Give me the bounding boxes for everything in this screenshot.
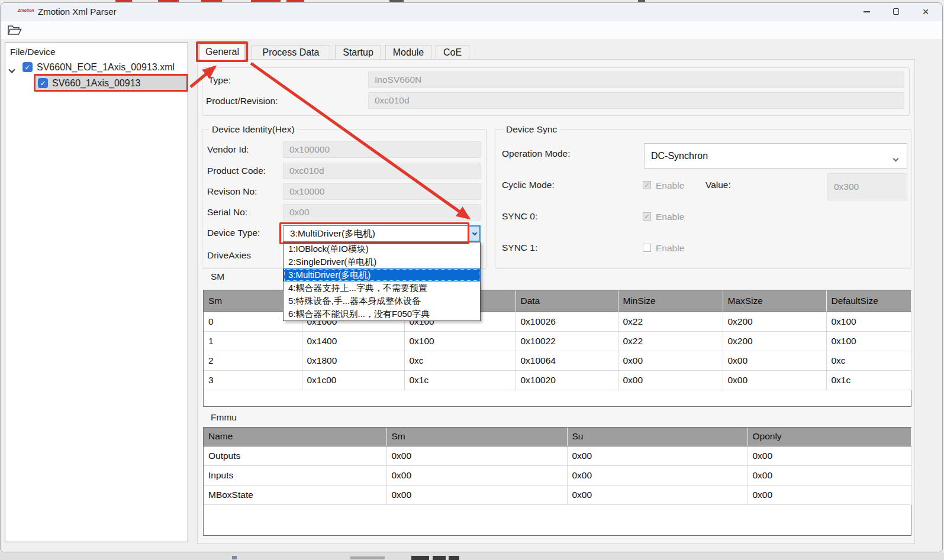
toolbar — [1, 21, 942, 39]
background-artifact — [638, 0, 645, 2]
device-type-dropdown-list: 1:IOBlock(单IO模块) 2:SingleDriver(单电机) 3:M… — [283, 242, 481, 321]
tab-startup[interactable]: Startup — [335, 45, 381, 60]
background-artifact — [350, 556, 385, 559]
operation-mode-label: Operation Mode: — [502, 148, 570, 159]
tree-root-checkbox[interactable]: ✓ — [22, 62, 33, 72]
maximize-button[interactable] — [882, 2, 910, 21]
serial-no-label: Serial No: — [207, 207, 247, 218]
fmmu-col-header: Su — [567, 428, 748, 446]
background-artifact — [0, 552, 944, 560]
fmmu-title: Fmmu — [208, 412, 240, 423]
file-device-panel — [5, 43, 188, 542]
revison-no-label: Revison No: — [207, 186, 257, 197]
title-bar[interactable] — [1, 3, 942, 21]
sync1-checkbox — [643, 244, 651, 252]
background-artifact — [232, 556, 237, 559]
tab-general[interactable]: General — [199, 44, 245, 60]
table-row[interactable]: Outputs0x000x000x00 — [204, 446, 911, 465]
tab-process-data[interactable]: Process Data — [252, 45, 330, 60]
table-row[interactable]: MBoxState0x000x000x00 — [204, 485, 911, 504]
sync1-label: SYNC 1: — [502, 242, 537, 253]
sync0-enable-label: Enable — [656, 212, 684, 222]
product-code-label: Product Code: — [207, 166, 266, 176]
sm-col-header: Data — [516, 290, 618, 312]
tree-child-checkbox[interactable]: ✓ — [38, 78, 48, 88]
checkmark-icon: ✓ — [644, 213, 649, 221]
chevron-down-icon — [894, 153, 898, 163]
dropdown-option[interactable]: 4:耦合器支持上...字典，不需要预置 — [283, 281, 480, 294]
operation-mode-combobox[interactable]: DC-Synchron — [644, 143, 907, 169]
close-button[interactable]: × — [912, 2, 939, 21]
vendor-id-field: 0x100000 — [283, 141, 481, 158]
sync1-enable-label: Enable — [656, 243, 684, 254]
cyclic-mode-enable-label: Enable — [656, 180, 684, 191]
device-type-label: Device Type: — [207, 228, 260, 238]
tab-module[interactable]: Module — [385, 45, 431, 60]
product-revision-field: 0xc010d — [368, 92, 904, 109]
product-revision-label: Product/Revision: — [206, 96, 278, 106]
value-field: 0x300 — [827, 173, 907, 200]
tab-coe[interactable]: CoE — [436, 45, 469, 60]
open-file-button[interactable] — [7, 24, 22, 37]
sm-col-header: DefaultSize — [826, 290, 911, 312]
background-artifact — [251, 0, 281, 2]
sync0-checkbox: ✓ — [643, 212, 651, 221]
sync0-label: SYNC 0: — [502, 211, 537, 222]
tree-item-root[interactable]: SV660N_EOE_1Axis_00913.xml — [37, 62, 175, 73]
background-artifact — [115, 0, 132, 2]
device-identity-title: Device Identity(Hex) — [209, 124, 298, 135]
cyclic-mode-label: Cyclic Mode: — [502, 180, 555, 190]
chevron-down-icon — [472, 230, 476, 235]
dropdown-option[interactable]: 6:耦合器不能识别...，没有F050字典 — [283, 307, 480, 321]
dropdown-option-selected[interactable]: 3:MultiDriver(多电机) — [283, 268, 480, 281]
serial-no-field: 0x00 — [283, 204, 481, 221]
tree-expander-icon[interactable] — [9, 64, 14, 75]
table-row[interactable]: 30x1c000x1c0x100200x000x000x1c — [204, 370, 911, 390]
drive-axies-label: DriveAxies — [207, 250, 251, 261]
vendor-id-label: Vendor Id: — [207, 144, 249, 155]
type-label: Type: — [208, 75, 231, 86]
folder-open-icon — [7, 24, 22, 36]
device-type-combobox[interactable]: 3:MultiDriver(多电机) — [283, 225, 481, 242]
device-type-dropdown-button[interactable] — [469, 226, 480, 241]
sm-col-header: MaxSize — [723, 290, 826, 312]
tree-header: File/Device — [10, 47, 56, 57]
table-row[interactable]: 10x14000x1000x100220x220x2000x100 — [204, 331, 911, 351]
dropdown-option[interactable]: 5:特殊设备,手...器本身成整体设备 — [283, 294, 480, 307]
fmmu-table: Name Sm Su Oponly Outputs0x000x000x00 In… — [204, 428, 911, 505]
maximize-icon — [893, 8, 899, 15]
background-artifact — [449, 556, 459, 560]
dropdown-option[interactable]: 2:SingleDriver(单电机) — [283, 255, 480, 268]
checkmark-icon: ✓ — [40, 79, 46, 88]
type-field: InoSV660N — [368, 72, 904, 88]
sm-col-header: MinSize — [618, 290, 723, 312]
value-label: Value: — [705, 180, 731, 190]
revison-no-field: 0x10000 — [283, 183, 481, 200]
tree-item-device[interactable]: SV660_1Axis_00913 — [52, 78, 140, 89]
window-title: Zmotion Xml Parser — [38, 7, 117, 17]
background-artifact — [433, 556, 446, 560]
fmmu-col-header: Oponly — [748, 428, 911, 446]
sm-title: SM — [208, 271, 227, 282]
dropdown-option[interactable]: 1:IOBlock(单IO模块) — [283, 242, 480, 255]
checkmark-icon: ✓ — [644, 182, 649, 189]
fmmu-col-header: Name — [204, 428, 386, 446]
background-artifact — [389, 0, 404, 2]
minimize-icon — [864, 11, 870, 12]
background-artifact — [286, 0, 304, 2]
app-logo-icon: Zmotion — [18, 8, 34, 12]
background-artifact — [201, 0, 222, 2]
device-sync-title: Device Sync — [503, 124, 560, 135]
product-code-field: 0xc010d — [283, 163, 481, 179]
background-artifact — [411, 556, 429, 560]
checkmark-icon: ✓ — [24, 63, 30, 72]
fmmu-table-container: Name Sm Su Oponly Outputs0x000x000x00 In… — [203, 427, 911, 536]
table-row[interactable]: Inputs0x000x000x00 — [204, 465, 911, 485]
background-artifact — [158, 0, 179, 2]
fmmu-col-header: Sm — [386, 428, 567, 446]
screen: Zmotion Zmotion Xml Parser × File/Device… — [0, 0, 944, 560]
cyclic-mode-checkbox: ✓ — [643, 181, 651, 189]
minimize-button[interactable] — [853, 2, 880, 21]
close-icon: × — [922, 6, 929, 17]
table-row[interactable]: 20x18000xc0x100640x000x000xc — [204, 351, 911, 370]
